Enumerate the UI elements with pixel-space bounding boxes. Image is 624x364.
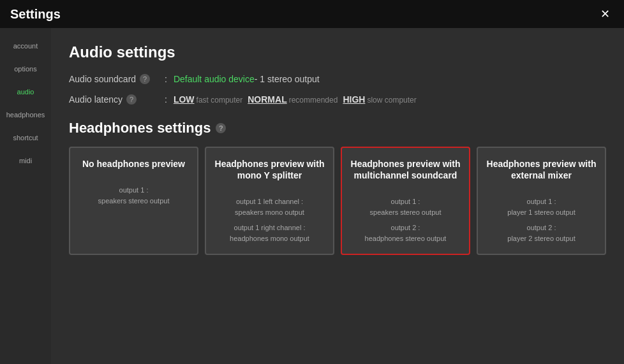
sidebar-item-options[interactable]: options (0, 56, 51, 79)
headphones-card-multichannel[interactable]: Headphones preview with multichannel sou… (341, 147, 470, 255)
card-output-mono-splitter: output 1 left channel :speakers mono out… (230, 193, 309, 244)
card-title-external-mixer: Headphones preview with external mixer (486, 158, 597, 181)
window-title: Settings (10, 7, 61, 22)
latency-options: LOWfast computer NORMALrecommended HIGHs… (174, 94, 418, 105)
latency-label: Audio latency ? (69, 94, 158, 105)
soundcard-label: Audio soundcard ? (69, 74, 158, 84)
latency-help-icon[interactable]: ? (126, 94, 137, 105)
sidebar-item-headphones[interactable]: headphones (0, 102, 51, 125)
soundcard-suffix: - 1 stereo output (255, 74, 320, 84)
card-output-no-headphones: output 1 :speakers stereo output (98, 181, 170, 206)
headphones-card-external-mixer[interactable]: Headphones preview with external mixer o… (477, 147, 606, 255)
sidebar-label-account: account (13, 42, 38, 50)
sidebar-label-shortcut: shortcut (13, 134, 38, 142)
latency-low[interactable]: LOWfast computer (174, 94, 242, 105)
settings-window: Settings ✕ account (0, 0, 624, 364)
sidebar-item-midi[interactable]: midi (0, 148, 51, 171)
soundcard-help-icon[interactable]: ? (140, 74, 150, 84)
sidebar-label-headphones: headphones (6, 111, 45, 119)
latency-normal[interactable]: NORMALrecommended (248, 94, 338, 105)
soundcard-row: Audio soundcard ? : Default audio device… (69, 74, 606, 84)
latency-high[interactable]: HIGHslow computer (343, 94, 416, 105)
audio-settings-title: Audio settings (69, 43, 606, 61)
audio-settings-section: Audio settings Audio soundcard ? : Defau… (69, 43, 606, 105)
soundcard-colon: : (165, 74, 167, 84)
sidebar: account options (0, 28, 51, 364)
card-title-no-headphones: No headphones preview (82, 158, 185, 170)
headphones-cards: No headphones preview output 1 :speakers… (69, 147, 606, 255)
latency-colon: : (165, 94, 167, 105)
latency-row: Audio latency ? : LOWfast computer NORMA… (69, 94, 606, 105)
sidebar-item-account[interactable]: account (0, 33, 51, 56)
sidebar-label-options: options (14, 65, 36, 73)
close-button[interactable]: ✕ (596, 5, 614, 23)
card-output-multichannel: output 1 :speakers stereo output output … (365, 193, 447, 244)
title-bar: Settings ✕ (0, 0, 624, 28)
sidebar-item-audio[interactable]: audio (0, 79, 51, 102)
card-title-multichannel: Headphones preview with multichannel sou… (350, 158, 461, 181)
headphones-settings-title: Headphones settings ? (69, 120, 606, 136)
sidebar-label-audio: audio (17, 88, 34, 96)
sidebar-label-midi: midi (19, 157, 32, 164)
soundcard-device-link[interactable]: Default audio device (174, 74, 255, 84)
headphones-card-no-headphones[interactable]: No headphones preview output 1 :speakers… (69, 147, 198, 255)
headphones-card-mono-splitter[interactable]: Headphones preview with mono Y splitter … (205, 147, 334, 255)
main-content: Audio settings Audio soundcard ? : Defau… (51, 28, 624, 364)
headphones-settings-section: Headphones settings ? No headphones prev… (69, 120, 606, 255)
card-output-external-mixer: output 1 :player 1 stereo output output … (507, 193, 575, 244)
sidebar-item-shortcut[interactable]: shortcut (0, 125, 51, 148)
window-body: account options (0, 28, 624, 364)
card-title-mono-splitter: Headphones preview with mono Y splitter (214, 158, 325, 181)
headphones-help-icon[interactable]: ? (216, 123, 226, 133)
